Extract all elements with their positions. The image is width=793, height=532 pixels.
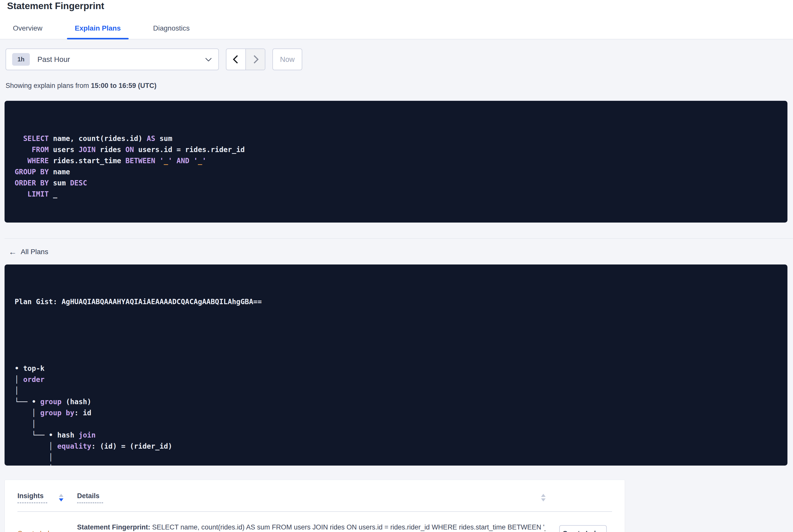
create-index-button[interactable]: Create Index: [559, 525, 607, 532]
details-cell: Statement Fingerprint: SELECT name, coun…: [77, 521, 546, 532]
showing-range-bold: 15:00 to 16:59 (UTC): [91, 82, 157, 90]
chevron-left-icon: [233, 55, 241, 64]
page-header: Statement Fingerprint Overview Explain P…: [0, 0, 793, 39]
showing-range-text: Showing explain plans from 15:00 to 16:5…: [5, 82, 787, 90]
plan-tree: • top-k│ order│└── • group (hash) │ grou…: [15, 363, 780, 466]
insight-cell: Create Index: [17, 530, 77, 532]
action-cell: Create Index: [546, 525, 612, 532]
time-range-dropdown[interactable]: 1h Past Hour: [5, 49, 219, 70]
statement-label: Statement Fingerprint:: [77, 524, 150, 531]
all-plans-back-link[interactable]: ← All Plans: [8, 248, 48, 256]
plan-gist-value: AgHUAQIABQAAAHYAQIAiAEAAAADCQACAgAABQILA…: [61, 298, 262, 306]
showing-prefix: Showing explain plans from: [5, 82, 91, 90]
details-column-header[interactable]: Details: [77, 492, 103, 503]
back-arrow-icon: ←: [8, 248, 17, 256]
chevron-right-icon: [250, 55, 259, 64]
page-title: Statement Fingerprint: [0, 0, 793, 12]
plan-gist-line: Plan Gist: AgHUAQIABQAAAHYAQIAiAEAAAADCQ…: [15, 296, 780, 307]
insights-table-card: Insights Details Create Index Statement …: [4, 480, 625, 532]
sql-statement-panel: SELECT name, count(rides.id) AS sum FROM…: [4, 101, 788, 223]
time-pager: [226, 49, 265, 70]
sort-asc-icon: [59, 494, 63, 497]
sort-icon-insights[interactable]: [59, 494, 63, 501]
insights-table-header: Insights Details: [17, 480, 612, 511]
tab-explain-plans[interactable]: Explain Plans: [67, 24, 129, 39]
interval-badge: 1h: [12, 53, 30, 66]
insights-header-cell: Insights: [17, 492, 77, 503]
sql-code: SELECT name, count(rides.id) AS sum FROM…: [15, 133, 780, 200]
sort-icon-details[interactable]: [541, 494, 546, 501]
tab-overview[interactable]: Overview: [5, 24, 50, 39]
next-time-button[interactable]: [245, 49, 265, 70]
prev-time-button[interactable]: [226, 49, 245, 70]
section-divider: [4, 238, 793, 239]
tab-bar: Overview Explain Plans Diagnostics: [0, 24, 793, 39]
sort-desc-icon: [541, 498, 546, 501]
statement-fingerprint-line: Statement Fingerprint: SELECT name, coun…: [77, 521, 546, 532]
insights-column-header[interactable]: Insights: [17, 492, 47, 503]
detail-lines: Statement Fingerprint: SELECT name, coun…: [77, 521, 546, 532]
time-range-label: Past Hour: [37, 55, 70, 64]
plan-gist-label: Plan Gist:: [15, 298, 61, 306]
back-link-label: All Plans: [21, 248, 48, 256]
time-controls: 1h Past Hour Now: [5, 49, 787, 70]
blank-line: [15, 330, 780, 341]
statement-text: SELECT name, count(rides.id) AS sum FROM…: [150, 524, 546, 531]
chevron-down-icon: [205, 55, 211, 61]
sort-desc-icon: [59, 498, 63, 501]
plan-gist-panel: Plan Gist: AgHUAQIABQAAAHYAQIAiAEAAAADCQ…: [4, 265, 788, 466]
insight-type-link[interactable]: Create Index: [17, 530, 57, 532]
sort-asc-icon: [541, 494, 546, 497]
details-header-cell: Details: [77, 492, 546, 503]
tab-diagnostics[interactable]: Diagnostics: [145, 24, 197, 39]
now-button[interactable]: Now: [272, 49, 302, 70]
table-row: Create Index Statement Fingerprint: SELE…: [17, 512, 612, 532]
